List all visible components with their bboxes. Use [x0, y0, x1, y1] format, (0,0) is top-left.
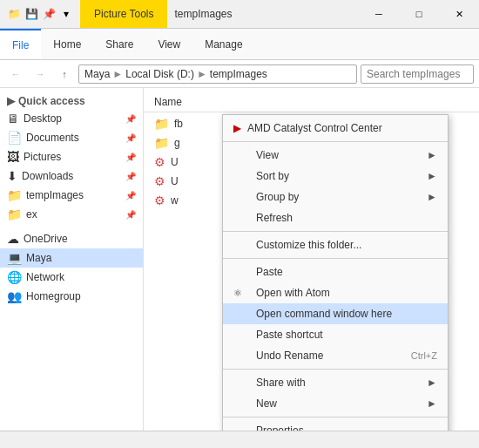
sidebar-item-homegroup[interactable]: 👥 Homegroup — [0, 287, 143, 306]
maya-icon: 💻 — [7, 251, 22, 265]
sortby-arrow: ► — [427, 170, 437, 182]
sidebar-item-documents[interactable]: 📄 Documents 📌 — [0, 128, 143, 147]
sidebar-item-pictures[interactable]: 🖼 Pictures 📌 — [0, 147, 143, 166]
desktop-icon: 🖥 — [7, 112, 19, 126]
tab-manage[interactable]: Manage — [192, 29, 254, 59]
status-bar — [0, 431, 479, 448]
ctx-item-customize[interactable]: Customize this folder... — [223, 234, 448, 255]
pin-documents: 📌 — [125, 133, 136, 143]
tab-view[interactable]: View — [145, 29, 192, 59]
col-name: Name — [154, 96, 182, 108]
ctx-item-open-cmd[interactable]: Open command window here — [223, 303, 448, 324]
up-button[interactable]: ↑ — [54, 64, 75, 85]
ribbon: File Home Share View Manage — [0, 29, 479, 60]
ctx-item-new[interactable]: New ► — [223, 393, 448, 414]
ex-icon: 📁 — [7, 207, 22, 221]
tempimages-icon: 📁 — [7, 188, 22, 202]
picture-tools-tab[interactable]: Picture Tools — [80, 0, 167, 28]
sidebar-item-onedrive[interactable]: ☁ OneDrive — [0, 229, 143, 248]
downloads-icon: ⬇ — [7, 169, 17, 183]
atom-icon: ⚛ — [233, 288, 249, 299]
ctx-sep-3 — [223, 258, 448, 259]
ctx-item-paste-shortcut[interactable]: Paste shortcut — [223, 324, 448, 345]
groupby-arrow: ► — [427, 191, 437, 203]
down-arrow-icon: ▾ — [59, 7, 73, 21]
tab-home[interactable]: Home — [41, 29, 93, 59]
ctx-item-open-atom[interactable]: ⚛ Open with Atom — [223, 282, 448, 303]
minimize-button[interactable]: ─ — [359, 0, 399, 29]
pin-icon: 📌 — [42, 7, 56, 21]
gear1-icon: ⚙ — [154, 155, 165, 169]
onedrive-icon: ☁ — [7, 232, 19, 246]
ctx-item-undo-rename[interactable]: Undo Rename Ctrl+Z — [223, 345, 448, 366]
title-bar-tools: Picture Tools tempImages — [80, 0, 359, 28]
tab-share[interactable]: Share — [93, 29, 145, 59]
share-arrow: ► — [427, 377, 437, 389]
close-button[interactable]: ✕ — [439, 0, 479, 29]
column-header: Name — [144, 92, 479, 112]
ctx-sep-2 — [223, 231, 448, 232]
ctx-sep-1 — [223, 141, 448, 142]
quick-access-label: ▶ Quick access — [0, 92, 143, 109]
network-icon: 🌐 — [7, 270, 22, 284]
ctx-item-share-with[interactable]: Share with ► — [223, 372, 448, 393]
sidebar-item-ex[interactable]: 📁 ex 📌 — [0, 205, 143, 224]
pin-downloads: 📌 — [125, 172, 136, 181]
new-arrow: ► — [427, 397, 437, 410]
search-input[interactable] — [361, 64, 474, 84]
sidebar-item-maya[interactable]: 💻 Maya — [0, 248, 143, 268]
chevron-icon: ▶ — [7, 95, 15, 107]
sidebar-item-downloads[interactable]: ⬇ Downloads 📌 — [0, 166, 143, 186]
pictures-icon: 🖼 — [7, 150, 19, 164]
maximize-button[interactable]: □ — [399, 0, 439, 29]
path-maya: Maya — [84, 68, 110, 80]
folder-g-icon: 📁 — [154, 136, 169, 150]
file-area: Name 📁 fb 📁 g ⚙ U ⚙ U ⚙ w — [144, 88, 479, 431]
context-menu: ▶ AMD Catalyst Control Center View ► Sor… — [222, 114, 449, 431]
sidebar-item-desktop[interactable]: 🖥 Desktop 📌 — [0, 109, 143, 128]
ctx-item-paste[interactable]: Paste — [223, 261, 448, 282]
ctx-sep-5 — [223, 417, 448, 417]
ctx-item-sortby[interactable]: Sort by ► — [223, 166, 448, 187]
gear3-icon: ⚙ — [154, 193, 165, 207]
main-area: ▶ Quick access 🖥 Desktop 📌 📄 Documents 📌… — [0, 88, 479, 431]
view-arrow: ► — [427, 149, 437, 161]
tab-file[interactable]: File — [0, 29, 41, 59]
pin-ex: 📌 — [125, 210, 136, 220]
pin-tempimages: 📌 — [125, 191, 136, 200]
window-controls: ─ □ ✕ — [359, 0, 479, 28]
ctx-sep-4 — [223, 369, 448, 370]
forward-button[interactable]: → — [30, 64, 51, 85]
ctx-item-view[interactable]: View ► — [223, 145, 448, 166]
sidebar-item-network[interactable]: 🌐 Network — [0, 268, 143, 287]
folder-fb-icon: 📁 — [154, 117, 169, 131]
path-tempimages: tempImages — [210, 68, 267, 80]
ctx-item-groupby[interactable]: Group by ► — [223, 187, 448, 207]
amd-icon: ▶ — [233, 123, 240, 134]
gear2-icon: ⚙ — [154, 174, 165, 188]
path-localdisk: Local Disk (D:) — [125, 68, 194, 80]
back-button[interactable]: ← — [5, 64, 26, 85]
title-bar-left: 📁 💾 📌 ▾ — [0, 0, 80, 28]
ctx-item-refresh[interactable]: Refresh — [223, 207, 448, 228]
quick-access-icon: 💾 — [24, 7, 38, 21]
sep1: ► — [112, 68, 123, 80]
pin-desktop: 📌 — [125, 114, 136, 124]
sidebar: ▶ Quick access 🖥 Desktop 📌 📄 Documents 📌… — [0, 88, 144, 431]
sep2: ► — [197, 68, 207, 80]
address-path[interactable]: Maya ► Local Disk (D:) ► tempImages — [78, 64, 357, 84]
folder-icon: 📁 — [7, 7, 21, 21]
window-title: tempImages — [167, 0, 359, 28]
sidebar-item-tempimages[interactable]: 📁 tempImages 📌 — [0, 186, 143, 205]
address-bar: ← → ↑ Maya ► Local Disk (D:) ► tempImage… — [0, 60, 479, 88]
ctx-item-properties[interactable]: Properties — [223, 420, 448, 431]
homegroup-icon: 👥 — [7, 289, 22, 303]
ctx-item-amd[interactable]: ▶ AMD Catalyst Control Center — [223, 118, 448, 139]
documents-icon: 📄 — [7, 131, 22, 145]
pin-pictures: 📌 — [125, 153, 136, 162]
title-bar: 📁 💾 📌 ▾ Picture Tools tempImages ─ □ ✕ — [0, 0, 479, 29]
